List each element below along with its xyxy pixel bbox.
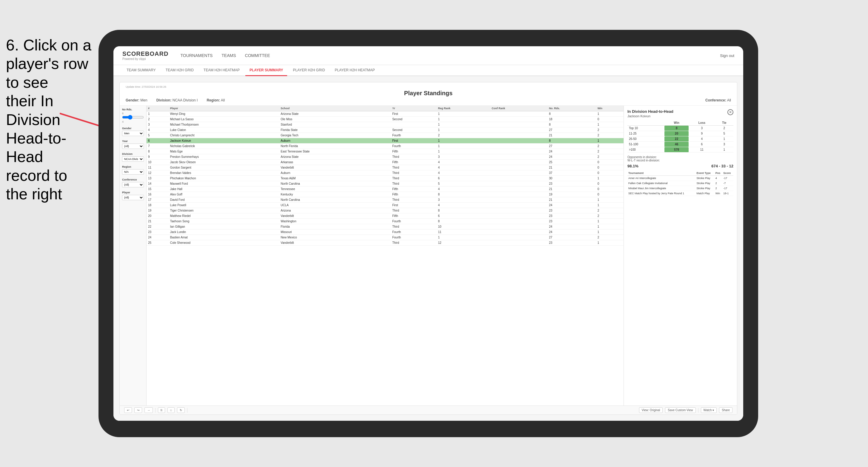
table-row[interactable]: 16 Alex Goff Kentucky Fifth 8 19 0	[147, 192, 624, 197]
tourn-col-type: Event Type	[696, 171, 715, 176]
region-select[interactable]: N/A	[122, 169, 144, 175]
report-header: Update time: 27/03/2024 16:56:26 Player …	[120, 82, 737, 106]
gender-select[interactable]: Men	[122, 131, 144, 136]
table-area: # Player School Yr Reg Rank Conf Rank No…	[147, 106, 624, 406]
table-row[interactable]: 7 Nicholas Gabrelcik North Florida Fourt…	[147, 144, 624, 149]
h2h-col-loss: Loss	[689, 120, 715, 126]
filter-player: Player (All)	[122, 191, 144, 200]
tab-team-h2h-grid[interactable]: TEAM H2H GRID	[161, 65, 198, 76]
instruction-text: 6. Click on a player's row to see their …	[0, 36, 93, 204]
gender-filter: Gender: Men	[126, 98, 148, 102]
table-row[interactable]: 4 Luke Claton Florida State Second 1 27 …	[147, 127, 624, 133]
h2h-header: In Division Head-to-Head Jackson Koivun …	[627, 109, 733, 118]
h2h-stats: Opponents in division: W-L-T record in-d…	[627, 155, 733, 162]
filter-conference: Conference (All)	[122, 178, 144, 187]
tablet-screen: SCOREBOARD Powered by clippi TOURNAMENTS…	[114, 46, 743, 421]
no-rds-slider[interactable]	[122, 115, 144, 120]
table-row[interactable]: 17 David Ford North Carolina Third 3 21 …	[147, 197, 624, 203]
filter-division: Division NCAA Division I	[122, 153, 144, 162]
report-container: Update time: 27/03/2024 16:56:26 Player …	[119, 82, 737, 415]
table-row[interactable]: 5 Christo Lamprecht Georgia Tech Fourth …	[147, 133, 624, 138]
table-row[interactable]: 3 Michael Thorbjornsen Stanford 1 8 1	[147, 122, 624, 127]
table-row[interactable]: 13 Phichaksn Maichon Texas A&M Third 6 3…	[147, 176, 624, 181]
table-row[interactable]: 8 Mats Ege East Tennessee State Fifth 1 …	[147, 149, 624, 154]
table-row[interactable]: 24 Bastien Amat New Mexico Fourth 1 27 2	[147, 235, 624, 240]
table-row[interactable]: 9 Preston Summerhays Arizona State Third…	[147, 154, 624, 160]
tourn-col-score: Score	[722, 171, 733, 176]
filter-gender: Gender Men	[122, 127, 144, 136]
opponents-pct: 98.1%	[627, 164, 639, 168]
report-filters: Gender: Men Division: NCAA Division I Re…	[126, 98, 731, 102]
nav-teams[interactable]: TEAMS	[221, 52, 236, 59]
h2h-title: In Division Head-to-Head	[627, 109, 673, 114]
h2h-col-win: Win	[664, 120, 689, 126]
h2h-player: Jackson Koivun	[627, 114, 673, 118]
table-row[interactable]: 11 Gordon Sargent Vanderbilt Third 4 21 …	[147, 165, 624, 170]
forward-button[interactable]: →	[145, 407, 153, 413]
table-row[interactable]: 20 Matthew Riedel Vanderbilt Fifth 6 23 …	[147, 213, 624, 219]
tournament-row: Amer Ari Intercollegiate Stroke Play 4 -…	[627, 176, 733, 181]
toolbar-sep-3	[698, 408, 699, 413]
toolbar-sep-2	[187, 408, 187, 413]
opponents-value: W-L-T record in-division:	[627, 159, 733, 162]
share-button[interactable]: Share	[719, 407, 733, 413]
nav-right: Sign out	[720, 54, 734, 58]
col-rds: No. Rds.	[548, 106, 596, 111]
tab-player-h2h-grid[interactable]: PLAYER H2H GRID	[289, 65, 329, 76]
table-row[interactable]: 6 Jackson Koivun Auburn First 1 8 1	[147, 138, 624, 144]
table-row[interactable]: 14 Maxwell Ford North Carolina Third 5 2…	[147, 181, 624, 187]
player-select[interactable]: (All)	[122, 195, 144, 200]
col-school: School	[279, 106, 391, 111]
table-row[interactable]: 2 Michael La Sasso Ole Miss Second 1 18 …	[147, 117, 624, 122]
table-row[interactable]: 19 Tiger Christensen Arizona Third 8 23 …	[147, 208, 624, 213]
paste-button[interactable]: ⏍	[167, 407, 175, 413]
conference-select[interactable]: (All)	[122, 182, 144, 187]
filter-region: Region N/A	[122, 165, 144, 175]
save-custom-button[interactable]: Save Custom View	[665, 407, 695, 413]
opponents-label: Opponents in division:	[627, 155, 733, 159]
col-yr: Yr	[391, 106, 436, 111]
tab-player-summary[interactable]: PLAYER SUMMARY	[245, 65, 287, 76]
filter-no-rds: No Rds. 6 4	[122, 108, 144, 123]
table-row[interactable]: 25 Cole Sherwood Vanderbilt Third 12 23 …	[147, 240, 624, 246]
tournament-row: Fallen Oak Collegiate Invitational Strok…	[627, 181, 733, 186]
table-row[interactable]: 10 Jacob Skov Olesen Arkansas Fifth 4 25…	[147, 160, 624, 165]
h2h-row: >100 578 11 1	[627, 147, 733, 153]
top-nav: SCOREBOARD Powered by clippi TOURNAMENTS…	[114, 46, 743, 65]
sign-out-link[interactable]: Sign out	[720, 54, 734, 58]
table-row[interactable]: 23 Jack Lundin Missouri Fourth 11 24 1	[147, 229, 624, 235]
h2h-col-tie: Tie	[715, 120, 733, 126]
refresh-button[interactable]: ↻	[177, 407, 185, 413]
table-row[interactable]: 18 Luke Powell UCLA First 4 24 1	[147, 203, 624, 208]
copy-button[interactable]: ⎘	[158, 407, 165, 413]
division-select[interactable]: NCAA Division I	[122, 156, 144, 162]
tab-team-summary[interactable]: TEAM SUMMARY	[122, 65, 160, 76]
tournament-row: SEC Match Play hosted by Jerry Pate Roun…	[627, 191, 733, 196]
table-row[interactable]: 12 Brendan Valdes Auburn Third 4 37 0	[147, 170, 624, 176]
view-original-button[interactable]: View: Original	[639, 407, 663, 413]
players-table: # Player School Yr Reg Rank Conf Rank No…	[147, 106, 624, 246]
tab-team-h2h-heatmap[interactable]: TEAM H2H HEATMAP	[199, 65, 244, 76]
table-row[interactable]: 21 Taehoon Song Washington Fourth 8 23 1	[147, 219, 624, 224]
table-row[interactable]: 22 Ian Gilligan Florida Third 10 24 1	[147, 224, 624, 229]
year-select[interactable]: (All)	[122, 144, 144, 149]
col-win: Win	[596, 106, 624, 111]
nav-committee[interactable]: COMMITTEE	[245, 52, 270, 59]
table-row[interactable]: 1 Wenyi Ding Arizona State First 1 8 1	[147, 111, 624, 117]
main-content: Update time: 27/03/2024 16:56:26 Player …	[114, 76, 743, 421]
h2h-rank-table: Win Loss Tie Top 10 8 3 2 11-25 20 9 5 2…	[627, 120, 733, 153]
nav-tournaments[interactable]: TOURNAMENTS	[180, 52, 213, 59]
h2h-row: 11-25 20 9 5	[627, 131, 733, 136]
redo-button[interactable]: ↪	[134, 407, 142, 413]
undo-button[interactable]: ↩	[124, 407, 132, 413]
h2h-close-button[interactable]: ✕	[727, 109, 733, 115]
tourn-col-pos: Pos	[715, 171, 723, 176]
tab-player-h2h-heatmap[interactable]: PLAYER H2H HEATMAP	[331, 65, 379, 76]
col-conf-rank: Conf Rank	[490, 106, 548, 111]
table-row[interactable]: 15 Jake Hall Tennessee Fifth 4 21 0	[147, 187, 624, 192]
h2h-stats-values: 98.1% 674 - 33 - 12	[627, 164, 733, 168]
watch-button[interactable]: Watch ▾	[701, 407, 717, 413]
tournament-table: Tournament Event Type Pos Score Amer Ari…	[627, 171, 733, 196]
report-update: Update time: 27/03/2024 16:56:26	[126, 85, 731, 88]
logo-scoreboard: SCOREBOARD	[122, 51, 168, 57]
